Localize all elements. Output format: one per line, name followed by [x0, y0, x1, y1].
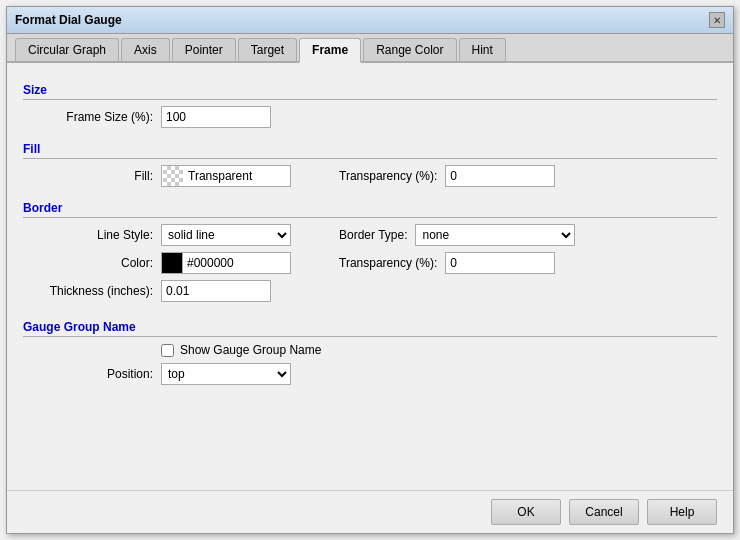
line-style-row: Line Style: solid line dashed line dotte… [23, 224, 717, 246]
color-hex-input[interactable] [183, 252, 291, 274]
frame-size-input[interactable] [161, 106, 271, 128]
position-select[interactable]: top bottom left right [161, 363, 291, 385]
tab-range-color[interactable]: Range Color [363, 38, 456, 61]
border-type-select[interactable]: none single double raised sunken [415, 224, 575, 246]
border-separator [23, 217, 717, 218]
tab-bar: Circular Graph Axis Pointer Target Frame… [7, 34, 733, 63]
fill-row: Fill: Transparent Transparency (%): [23, 165, 717, 187]
tab-frame[interactable]: Frame [299, 38, 361, 63]
line-style-label: Line Style: [23, 228, 153, 242]
fill-section-header: Fill [23, 142, 717, 156]
position-row: Position: top bottom left right [23, 363, 717, 385]
show-gauge-group-row: Show Gauge Group Name [161, 343, 717, 357]
fill-transparency-label: Transparency (%): [339, 169, 437, 183]
gauge-group-section: Gauge Group Name Show Gauge Group Name P… [23, 312, 717, 391]
size-separator [23, 99, 717, 100]
border-type-group: Border Type: none single double raised s… [339, 224, 575, 246]
thickness-input[interactable] [161, 280, 271, 302]
thickness-label: Thickness (inches): [23, 284, 153, 298]
fill-label: Fill: [23, 169, 153, 183]
dialog-footer: OK Cancel Help [7, 490, 733, 533]
color-label: Color: [23, 256, 153, 270]
fill-value-text: Transparent [184, 169, 252, 183]
gauge-group-header: Gauge Group Name [23, 320, 717, 334]
fill-color-box[interactable]: Transparent [161, 165, 291, 187]
frame-size-label: Frame Size (%): [23, 110, 153, 124]
position-label: Position: [23, 367, 153, 381]
color-picker-group[interactable] [161, 252, 291, 274]
ok-button[interactable]: OK [491, 499, 561, 525]
tab-axis[interactable]: Axis [121, 38, 170, 61]
border-transparency-label: Transparency (%): [339, 256, 437, 270]
border-section-header: Border [23, 201, 717, 215]
tab-hint[interactable]: Hint [459, 38, 506, 61]
fill-checker-pattern [163, 166, 183, 186]
cancel-button[interactable]: Cancel [569, 499, 639, 525]
tab-pointer[interactable]: Pointer [172, 38, 236, 61]
format-dial-gauge-dialog: Format Dial Gauge ✕ Circular Graph Axis … [6, 6, 734, 534]
dialog-title: Format Dial Gauge [15, 13, 122, 27]
close-button[interactable]: ✕ [709, 12, 725, 28]
tab-circular-graph[interactable]: Circular Graph [15, 38, 119, 61]
border-type-label: Border Type: [339, 228, 407, 242]
fill-transparency-group: Transparency (%): [339, 165, 555, 187]
frame-size-row: Frame Size (%): [23, 106, 717, 128]
fill-transparency-input[interactable] [445, 165, 555, 187]
show-gauge-group-label: Show Gauge Group Name [180, 343, 321, 357]
size-section-header: Size [23, 83, 717, 97]
gauge-group-separator [23, 336, 717, 337]
title-bar: Format Dial Gauge ✕ [7, 7, 733, 34]
fill-separator [23, 158, 717, 159]
show-gauge-group-checkbox[interactable] [161, 344, 174, 357]
color-swatch[interactable] [161, 252, 183, 274]
line-style-select[interactable]: solid line dashed line dotted line none [161, 224, 291, 246]
dialog-content: Size Frame Size (%): Fill Fill: Transpar… [7, 63, 733, 490]
help-button[interactable]: Help [647, 499, 717, 525]
tab-target[interactable]: Target [238, 38, 297, 61]
color-row: Color: Transparency (%): [23, 252, 717, 274]
thickness-row: Thickness (inches): [23, 280, 717, 302]
border-transparency-input[interactable] [445, 252, 555, 274]
close-icon: ✕ [713, 15, 721, 26]
border-transparency-group: Transparency (%): [339, 252, 555, 274]
